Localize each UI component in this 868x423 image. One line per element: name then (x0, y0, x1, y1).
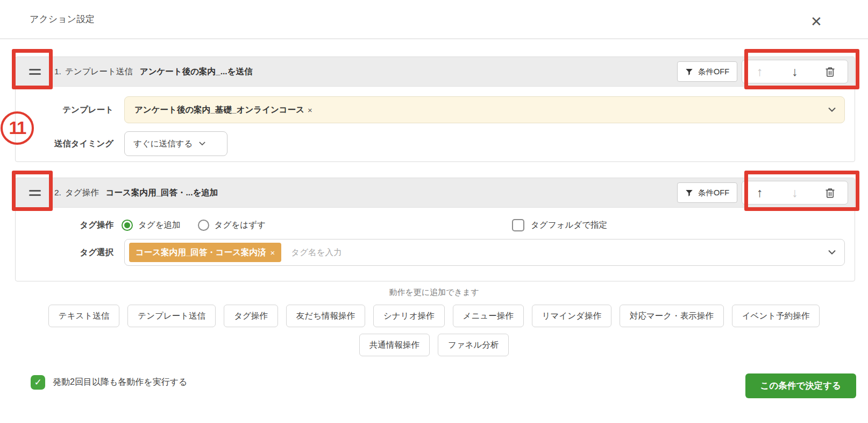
action-settings-dialog: アクション設定 ✕ 1. テンプレート送信 アンケート後の案内_...を送信 条… (0, 0, 868, 423)
timing-selected-value: すぐに送信する (133, 138, 193, 150)
radio-tag-remove[interactable]: タグをはずす (198, 220, 266, 231)
tag-input-placeholder: タグ名を入力 (291, 247, 341, 258)
add-menu-operation-button[interactable]: メニュー操作 (453, 305, 524, 327)
action-1-type: テンプレート送信 (65, 66, 133, 77)
drag-handle-icon[interactable] (16, 69, 54, 75)
tag-operation-label: タグ操作 (16, 220, 113, 231)
action-card-1: 1. テンプレート送信 アンケート後の案内_...を送信 条件OFF ↑ ↓ (15, 57, 855, 162)
action-1-summary: アンケート後の案内_...を送信 (140, 66, 253, 77)
title-divider (0, 38, 868, 39)
template-selected-value: アンケート後の案内_基礎_オンラインコース (134, 104, 304, 116)
action-1-header: 1. テンプレート送信 アンケート後の案内_...を送信 条件OFF ↑ ↓ (16, 57, 855, 87)
add-template-send-button[interactable]: テンプレート送信 (127, 305, 216, 327)
condition-label: 条件OFF (698, 188, 729, 198)
radio-tag-remove-label: タグをはずす (215, 220, 266, 231)
template-select-input[interactable]: アンケート後の案内_基礎_オンラインコース × (124, 96, 845, 123)
confirm-button[interactable]: この条件で決定する (745, 373, 856, 398)
radio-selected-icon (122, 220, 133, 231)
add-actions-row-1: テキスト送信 テンプレート送信 タグ操作 友だち情報操作 シナリオ操作 メニュー… (0, 305, 868, 327)
chevron-down-icon (828, 250, 836, 255)
checkbox-checked-icon: ✓ (31, 375, 45, 390)
move-up-icon[interactable]: ↑ (742, 60, 777, 83)
tag-folder-checkbox-label: タグフォルダで指定 (531, 220, 607, 231)
drag-handle-icon[interactable] (16, 190, 54, 196)
chevron-down-icon (199, 142, 205, 146)
template-field-label: テンプレート (16, 96, 113, 123)
radio-tag-add-label: タグを追加 (138, 220, 181, 231)
radio-tag-add[interactable]: タグを追加 (122, 220, 181, 231)
add-common-info-button[interactable]: 共通情報操作 (359, 334, 430, 356)
action-2-toolbar: ↑ ↓ (742, 181, 848, 205)
send-timing-dropdown[interactable]: すぐに送信する (124, 131, 227, 156)
filter-icon (685, 68, 693, 76)
chevron-down-icon (828, 108, 836, 112)
move-down-icon[interactable]: ↓ (777, 60, 812, 83)
add-mark-display-button[interactable]: 対応マーク・表示操作 (620, 305, 724, 327)
action-1-title: 1. テンプレート送信 アンケート後の案内_...を送信 (54, 66, 253, 77)
condition-toggle-button[interactable]: 条件OFF (677, 182, 737, 203)
add-tag-operation-button[interactable]: タグ操作 (224, 305, 278, 327)
radio-unselected-icon (198, 220, 209, 231)
add-actions-row-2: 共通情報操作 ファネル分析 (0, 334, 868, 356)
add-reminder-button[interactable]: リマインダ操作 (532, 305, 611, 327)
tag-chip: コース案内用_回答・コース案内済 × (129, 243, 281, 262)
remove-tag-icon[interactable]: × (271, 248, 275, 257)
delete-icon[interactable] (813, 181, 848, 204)
add-funnel-analysis-button[interactable]: ファネル分析 (438, 334, 509, 356)
action-2-summary: コース案内用_回答・...を追加 (106, 187, 218, 199)
action-card-2: 2. タグ操作 コース案内用_回答・...を追加 条件OFF ↑ ↓ (15, 178, 855, 281)
action-2-order: 2. (54, 188, 61, 198)
action-2-title: 2. タグ操作 コース案内用_回答・...を追加 (54, 187, 218, 199)
condition-toggle-button[interactable]: 条件OFF (677, 61, 737, 82)
action-2-type: タグ操作 (65, 187, 99, 199)
add-scenario-button[interactable]: シナリオ操作 (373, 305, 444, 327)
delete-icon[interactable] (813, 60, 848, 83)
tag-select-label: タグ選択 (16, 239, 113, 266)
repeat-execution-label: 発動2回目以降も各動作を実行する (53, 377, 187, 388)
add-friend-info-button[interactable]: 友だち情報操作 (286, 305, 365, 327)
move-down-icon[interactable]: ↓ (777, 181, 812, 204)
remove-template-icon[interactable]: × (308, 105, 312, 115)
add-actions-hint: 動作を更に追加できます (0, 287, 868, 298)
checkbox-unchecked-icon (512, 219, 524, 231)
repeat-execution-checkbox[interactable]: ✓ 発動2回目以降も各動作を実行する (31, 375, 187, 390)
filter-icon (685, 189, 693, 197)
dialog-title: アクション設定 (30, 13, 95, 25)
tag-select-input[interactable]: コース案内用_回答・コース案内済 × タグ名を入力 (124, 239, 845, 266)
add-event-reservation-button[interactable]: イベント予約操作 (732, 305, 820, 327)
tag-chip-label: コース案内用_回答・コース案内済 (136, 247, 266, 258)
action-1-order: 1. (54, 67, 61, 76)
tag-operation-row: タグ操作 タグを追加 タグをはずす タグフォルダで指定 (16, 216, 844, 234)
add-text-send-button[interactable]: テキスト送信 (48, 305, 119, 327)
close-icon[interactable]: ✕ (806, 11, 827, 32)
tag-folder-checkbox[interactable]: タグフォルダで指定 (512, 219, 607, 231)
action-2-header: 2. タグ操作 コース案内用_回答・...を追加 条件OFF ↑ ↓ (16, 178, 855, 208)
move-up-icon[interactable]: ↑ (742, 181, 777, 204)
action-1-toolbar: ↑ ↓ (742, 60, 848, 83)
timing-field-label: 送信タイミング (16, 131, 113, 156)
condition-label: 条件OFF (698, 67, 729, 77)
